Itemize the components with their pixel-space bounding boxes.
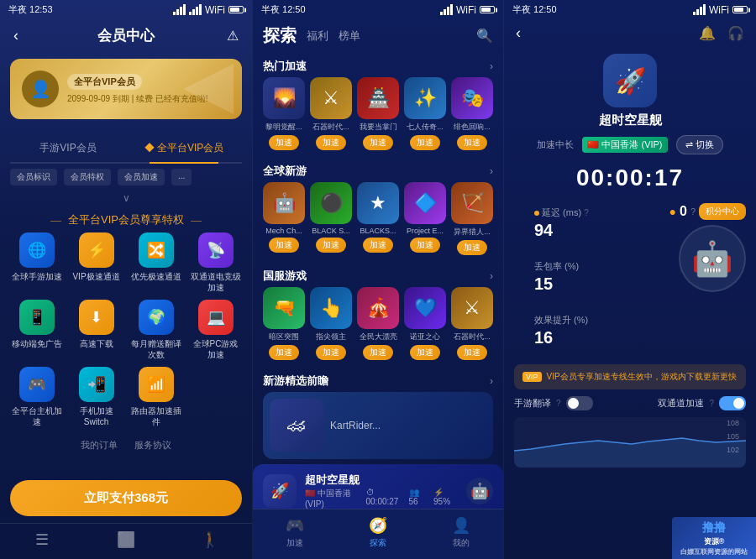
switch-region-button[interactable]: ⇌ 切换 — [676, 135, 723, 154]
more-arrow-preview[interactable]: › — [490, 375, 493, 387]
hero-icon: 🚀 — [603, 54, 657, 107]
feature-dual-channel[interactable]: 📡 双通道电竞级加速 — [189, 232, 242, 293]
headset-icon[interactable]: 🎧 — [727, 25, 744, 41]
acc-btn-2[interactable]: 加速 — [316, 135, 346, 150]
toggle-dual-channel[interactable]: 双通道加速 ? — [658, 396, 746, 410]
preview-content: 🏎 KartRider... — [253, 392, 503, 466]
acc-btn-12[interactable]: 加速 — [316, 345, 346, 360]
feature-no-ads[interactable]: 📱 移动端免广告 — [10, 300, 63, 360]
translate-switch[interactable] — [566, 396, 593, 410]
header-icons: 🔔 🎧 — [699, 25, 744, 41]
expand-chevron[interactable]: ∨ — [0, 191, 252, 206]
time-1: 半夜 12:53 — [8, 3, 53, 16]
feature-switch[interactable]: 📲 手机加速 Switch — [70, 367, 123, 427]
stat-delay: 延迟 (ms) ? 94 — [524, 200, 659, 247]
game-card-13[interactable]: 🎪 全民大漂亮 加速 — [357, 287, 399, 360]
acc-btn-3[interactable]: 加速 — [363, 135, 393, 150]
acc-btn-5[interactable]: 加速 — [457, 135, 487, 150]
feature-priority[interactable]: 🔀 优先极速通道 — [129, 232, 182, 293]
game-card-4[interactable]: ✨ 七人传奇... 加速 — [404, 77, 446, 150]
acc-btn-10[interactable]: 加速 — [457, 240, 487, 255]
more-arrow-new[interactable]: › — [490, 165, 493, 177]
nav-profile-2[interactable]: 👤 我的 — [420, 516, 503, 549]
feature-translate[interactable]: 🌍 每月赠送翻译次数 — [129, 300, 182, 360]
float-game-name: 超时空星舰 — [305, 473, 458, 488]
game-thumb-12: 👆 — [310, 287, 352, 329]
dual-channel-label: 双通道加速 — [658, 397, 704, 410]
back-button-3[interactable]: ‹ — [516, 24, 521, 42]
feature-icon-switch: 📲 — [79, 367, 114, 402]
acc-btn-15[interactable]: 加速 — [457, 345, 487, 360]
game-card-14[interactable]: 💙 诺亚之心 加速 — [404, 287, 446, 360]
acc-btn-4[interactable]: 加速 — [410, 135, 440, 150]
toggle-translate[interactable]: 手游翻译 ? — [514, 396, 593, 410]
game-card-12[interactable]: 👆 指尖领主 加速 — [310, 287, 352, 360]
my-orders-link[interactable]: 我的订单 — [81, 440, 118, 450]
more-arrow-hot[interactable]: › — [490, 60, 493, 72]
acc-btn-14[interactable]: 加速 — [410, 345, 440, 360]
explore-title: 探索 — [263, 24, 297, 47]
game-card-1[interactable]: 🌄 黎明觉醒... 加速 — [263, 77, 305, 150]
tab-welfare[interactable]: 福利 — [307, 29, 328, 44]
gamepad-icon: 🎮 — [286, 516, 304, 535]
game-card-10[interactable]: 🏹 异界猎人... 加速 — [451, 182, 493, 255]
nav-menu[interactable]: ☰ — [0, 530, 84, 549]
feature-router[interactable]: 📶 路由器加速插件 — [129, 367, 182, 427]
float-speed: ⚡ 95% — [433, 488, 458, 509]
signal-icon-1 — [173, 5, 186, 15]
section-title-hot: 热门加速 — [263, 59, 307, 74]
game-card-5[interactable]: 🎭 绯色回响... 加速 — [451, 77, 493, 150]
tab-mobile-vip[interactable]: 手游VIP会员 — [10, 134, 126, 162]
buy-button[interactable]: 立即支付368元 — [10, 480, 242, 516]
nav-profile-1[interactable]: 🚶 — [168, 530, 252, 549]
feature-fast-download[interactable]: ⬇ 高速下载 — [70, 300, 123, 360]
game-card-3[interactable]: 🏯 我要当掌门 加速 — [357, 77, 399, 150]
tab-all-platform-vip[interactable]: ◆ 全平台VIP会员 — [126, 134, 242, 162]
acc-btn-11[interactable]: 加速 — [269, 345, 299, 360]
game-card-8[interactable]: ★ BLACKS... 加速 — [357, 182, 399, 255]
nav-home[interactable]: ⬜ — [84, 530, 168, 549]
game-card-15[interactable]: ⚔ 石器时代... 加速 — [451, 287, 493, 360]
back-button-1[interactable]: ‹ — [13, 27, 18, 44]
score-section: ● 0 ? 积分中心 — [669, 203, 747, 220]
benefits-scroll[interactable]: 会员标识 会员特权 会员加速 ... — [0, 164, 252, 191]
feature-console[interactable]: 🎮 全平台主机加速 — [10, 367, 63, 427]
game-card-6[interactable]: 🤖 Mech Ch... 加速 — [263, 182, 305, 255]
nav-explore[interactable]: 🧭 探索 — [336, 516, 419, 549]
feature-global-accel[interactable]: 🌐 全球手游加速 — [10, 232, 63, 293]
time-3: 半夜 12:50 — [512, 3, 557, 16]
game-card-2[interactable]: ⚔ 石器时代... 加速 — [310, 77, 352, 150]
float-region: 🇨🇳 中国香港(VIP) — [305, 488, 360, 509]
more-arrow-cn[interactable]: › — [490, 270, 493, 282]
menu-icon: ☰ — [35, 530, 49, 549]
alert-icon-1[interactable]: ⚠ — [227, 28, 239, 44]
game-card-9[interactable]: 🔷 Project E... 加速 — [404, 182, 446, 255]
feature-pc-accel[interactable]: 💻 全球PC游戏加速 — [189, 300, 242, 360]
game-card-11[interactable]: 🔫 暗区突围 加速 — [263, 287, 305, 360]
wifi-icon-1: WiFi — [205, 4, 225, 16]
acc-btn-7[interactable]: 加速 — [316, 238, 346, 253]
feature-vip-fast[interactable]: ⚡ VIP极速通道 — [70, 232, 123, 293]
bell-icon[interactable]: 🔔 — [699, 25, 716, 41]
person-icon-1: 🚶 — [201, 530, 219, 549]
signal-icon-5 — [693, 5, 706, 15]
acc-btn-8[interactable]: 加速 — [363, 238, 393, 253]
float-time: ⏱ 00:00:27 — [366, 488, 402, 509]
acc-btn-13[interactable]: 加速 — [363, 345, 393, 360]
preview-card[interactable]: 🏎 KartRider... — [263, 392, 493, 459]
nav-accel[interactable]: 🎮 加速 — [253, 516, 336, 549]
game-thumb-8: ★ — [357, 182, 399, 224]
acc-btn-6[interactable]: 加速 — [269, 238, 299, 253]
search-icon-btn[interactable]: 🔍 — [476, 28, 493, 44]
status-bar-2: 半夜 12:50 WiFi — [253, 0, 503, 19]
coin-icon: ● — [669, 205, 676, 218]
acc-btn-9[interactable]: 加速 — [410, 238, 440, 253]
service-agreement-link[interactable]: 服务协议 — [134, 440, 171, 450]
acc-btn-1[interactable]: 加速 — [269, 135, 299, 150]
tab-ranking[interactable]: 榜单 — [339, 29, 360, 44]
section-new: 全球新游 › — [253, 157, 503, 182]
game-card-7[interactable]: ⚫ BLACK S... 加速 — [310, 182, 352, 255]
dual-channel-switch[interactable] — [719, 396, 746, 410]
score-center-btn[interactable]: 积分中心 — [699, 203, 746, 220]
chart-label-105: 105 — [727, 432, 739, 441]
